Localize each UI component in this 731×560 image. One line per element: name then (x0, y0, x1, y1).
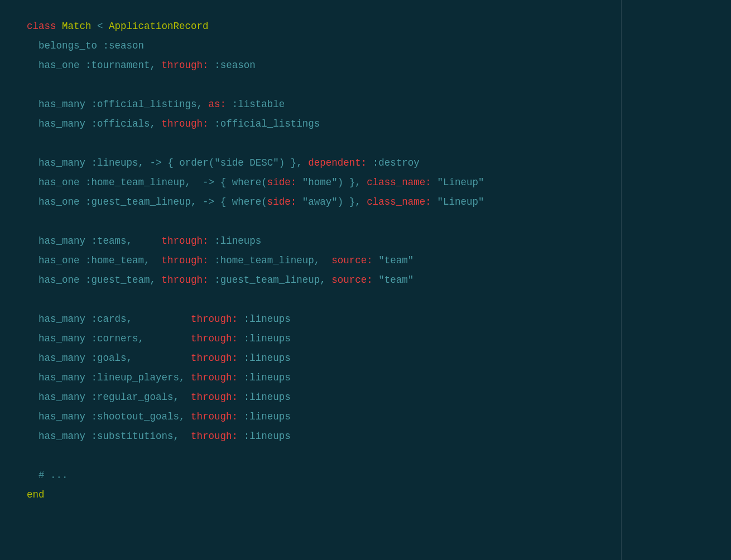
symbol: :lineups (92, 157, 138, 168)
line: has_many :official_listings, as: :listab… (27, 99, 285, 110)
method-call: has_many (39, 353, 85, 364)
symbol: :destroy (373, 157, 420, 168)
brace-close: } (349, 196, 355, 207)
line: class Match < ApplicationRecord (27, 21, 209, 32)
comma: , (179, 411, 185, 422)
comma: , (179, 372, 185, 383)
line: has_one :guest_team_lineup, -> { where(s… (27, 196, 484, 207)
symbol: :cards (92, 313, 127, 325)
symbol: :home_team_lineup (214, 255, 314, 266)
line: has_many :goals, through: :lineups (27, 353, 291, 364)
symbol: :official_listings (92, 99, 197, 110)
symbol: :lineups (214, 235, 261, 247)
symbol: :season (103, 40, 145, 51)
symbol: :teams (92, 235, 127, 247)
method-call: has_many (39, 392, 85, 403)
keyword-arg: through: (191, 372, 238, 383)
line: has_one :tournament, through: :season (27, 60, 256, 71)
line: has_many :regular_goals, through: :lineu… (27, 392, 291, 403)
method-call: belongs_to (39, 40, 97, 51)
string-literal: "team" (378, 255, 413, 266)
brace-close: } (349, 177, 355, 188)
symbol: :lineups (244, 411, 291, 422)
symbol: :goals (92, 353, 127, 364)
string-literal: "away" (302, 196, 338, 207)
paren-close: ) (279, 157, 285, 168)
symbol: :substitutions (92, 431, 174, 442)
keyword-arg: dependent: (308, 157, 367, 168)
comma: , (174, 392, 180, 403)
paren-open: ( (261, 177, 267, 188)
symbol: :lineups (244, 431, 291, 442)
string-literal: "Lineup" (437, 196, 484, 207)
symbol: :lineups (244, 313, 291, 325)
method-call: has_many (39, 333, 85, 344)
method-call: has_many (39, 157, 85, 168)
comma: , (174, 431, 180, 442)
comma: , (138, 333, 145, 344)
lambda-arrow: -> (150, 157, 162, 168)
symbol: :lineups (244, 392, 291, 403)
line: has_many :lineups, -> { order("side DESC… (27, 157, 420, 168)
symbol: :season (214, 60, 256, 71)
brace-open: { (220, 196, 227, 207)
method-call: has_many (39, 118, 85, 129)
method-call: where (232, 177, 262, 188)
symbol: :guest_team (85, 274, 150, 286)
comma: , (197, 99, 203, 110)
symbol: :listable (232, 99, 285, 110)
keyword-arg: class_name: (367, 177, 431, 188)
comma: , (355, 196, 361, 207)
comma: , (355, 177, 361, 188)
keyword-end: end (27, 489, 45, 500)
paren-open: ( (261, 196, 267, 207)
string-literal: "side DESC" (214, 157, 279, 168)
keyword-arg: side: (267, 177, 297, 188)
keyword-arg: source: (331, 255, 373, 266)
line: has_many :cards, through: :lineups (27, 313, 291, 325)
symbol: :shootout_goals (92, 411, 180, 422)
keyword-arg: through: (162, 118, 209, 129)
line: has_many :lineup_players, through: :line… (27, 372, 291, 383)
symbol: :home_team_lineup (85, 177, 185, 188)
method-call: has_one (39, 177, 80, 188)
method-call: has_many (39, 411, 85, 422)
line: has_one :guest_team, through: :guest_tea… (27, 274, 413, 286)
comma: , (138, 157, 145, 168)
line: has_many :substitutions, through: :lineu… (27, 431, 291, 442)
keyword-arg: through: (191, 333, 238, 344)
method-call: has_one (39, 255, 80, 266)
line: # ... (27, 470, 68, 481)
comma: , (191, 196, 197, 207)
line: has_many :officials, through: :official_… (27, 118, 320, 129)
lambda-arrow: -> (203, 196, 214, 207)
line: belongs_to :season (27, 40, 144, 51)
keyword-arg: source: (331, 274, 373, 286)
comma: , (314, 255, 320, 266)
keyword-arg: through: (191, 313, 238, 325)
comma: , (150, 118, 156, 129)
brace-close: } (291, 157, 297, 168)
symbol: :tournament (85, 60, 150, 71)
keyword-arg: through: (191, 353, 238, 364)
code-block: class Match < ApplicationRecord belongs_… (27, 17, 720, 505)
symbol: :home_team (85, 255, 144, 266)
line: has_many :teams, through: :lineups (27, 235, 261, 247)
method-call: has_one (39, 274, 80, 286)
symbol: :guest_team_lineup (85, 196, 191, 207)
comma: , (144, 255, 150, 266)
brace-open: { (220, 177, 227, 188)
comma: , (127, 353, 133, 364)
method-call: has_many (39, 235, 85, 247)
symbol: :lineups (244, 372, 291, 383)
inherit-operator: < (97, 21, 103, 32)
paren-close: ) (338, 177, 344, 188)
comma: , (127, 235, 133, 247)
symbol: :official_listings (214, 118, 320, 129)
string-literal: "Lineup" (437, 177, 484, 188)
keyword-arg: through: (191, 411, 238, 422)
symbol: :lineups (244, 333, 291, 344)
symbol: :guest_team_lineup (214, 274, 320, 286)
method-call: where (232, 196, 262, 207)
keyword-class: class (27, 21, 56, 32)
